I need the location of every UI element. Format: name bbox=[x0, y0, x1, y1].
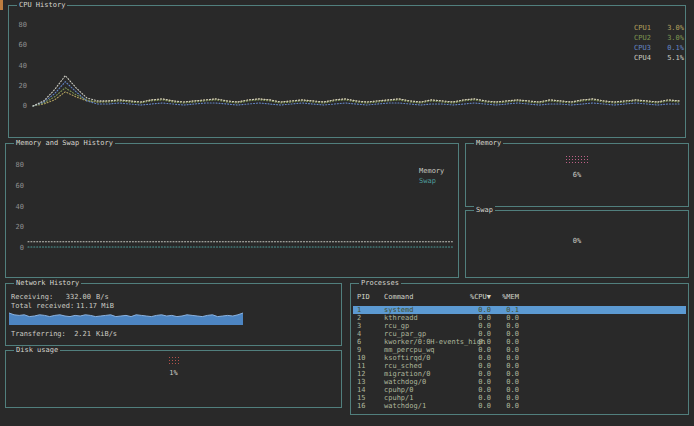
process-row[interactable]: 10ksoftirqd/00.00.0 bbox=[353, 354, 686, 362]
process-pid: 12 bbox=[357, 370, 365, 378]
process-cpu: 0.0 bbox=[463, 378, 491, 386]
processes-table: 1systemd0.00.12kthreadd0.00.03rcu_gp0.00… bbox=[353, 306, 686, 410]
memory-usage-percent: 6% bbox=[466, 171, 688, 179]
process-row[interactable]: 4rcu_par_gp0.00.0 bbox=[353, 330, 686, 338]
memory-swap-history-title: Memory and Swap History bbox=[14, 139, 115, 148]
process-pid: 1 bbox=[357, 306, 361, 314]
disk-usage-dots bbox=[168, 356, 180, 365]
cpu-legend-item: CPU30.1% bbox=[634, 43, 684, 53]
process-cpu: 0.0 bbox=[463, 330, 491, 338]
process-row[interactable]: 13watchdog/00.00.0 bbox=[353, 378, 686, 386]
process-command: watchdog/1 bbox=[384, 402, 426, 410]
process-row[interactable]: 3rcu_gp0.00.0 bbox=[353, 322, 686, 330]
memswap-legend-memory: Memory bbox=[419, 166, 444, 176]
memory-gauge-panel: Memory 6% bbox=[465, 143, 689, 207]
process-row[interactable]: 16watchdog/10.00.0 bbox=[353, 402, 686, 410]
disk-usage-percent: 1% bbox=[6, 369, 341, 377]
process-command: mm_percpu_wq bbox=[384, 346, 435, 354]
network-receiving-chart bbox=[9, 312, 243, 325]
process-mem: 0.1 bbox=[493, 306, 519, 314]
process-mem: 0.0 bbox=[493, 370, 519, 378]
process-row[interactable]: 14cpuhp/00.00.0 bbox=[353, 386, 686, 394]
process-command: rcu_gp bbox=[384, 322, 409, 330]
process-row[interactable]: 9mm_percpu_wq0.00.0 bbox=[353, 346, 686, 354]
process-command: rcu_sched bbox=[384, 362, 422, 370]
cpu-legend-name: CPU4 bbox=[634, 53, 651, 63]
cpu-legend-value: 5.1% bbox=[667, 53, 684, 63]
process-command: cpuhp/1 bbox=[384, 394, 414, 402]
total-received-value: 11.17 MiB bbox=[76, 302, 114, 311]
process-command: cpuhp/0 bbox=[384, 386, 414, 394]
process-mem: 0.0 bbox=[493, 330, 519, 338]
process-row[interactable]: 6kworker/0:0H-events_high0.00.0 bbox=[353, 338, 686, 346]
process-pid: 14 bbox=[357, 386, 365, 394]
process-command: rcu_par_gp bbox=[384, 330, 426, 338]
process-cpu: 0.0 bbox=[463, 346, 491, 354]
processes-header-pid[interactable]: PID bbox=[357, 293, 370, 301]
memory-swap-history-panel: Memory and Swap History 806040200 Memory… bbox=[5, 143, 459, 278]
process-row[interactable]: 11rcu_sched0.00.0 bbox=[353, 362, 686, 370]
cpu-history-panel: CPU History 806040200 CPU13.0%CPU23.0%CP… bbox=[8, 5, 686, 138]
disk-usage-title: Disk usage bbox=[14, 346, 60, 355]
process-mem: 0.0 bbox=[493, 402, 519, 410]
process-cpu: 0.0 bbox=[463, 322, 491, 330]
process-cpu: 0.0 bbox=[463, 362, 491, 370]
processes-header-command[interactable]: Command bbox=[384, 293, 414, 301]
process-row[interactable]: 15cpuhp/10.00.0 bbox=[353, 394, 686, 402]
cpu-legend-item: CPU13.0% bbox=[634, 23, 684, 33]
terminal-cursor-mark bbox=[0, 0, 3, 10]
system-monitor-screen: CPU History 806040200 CPU13.0%CPU23.0%CP… bbox=[0, 0, 694, 426]
process-cpu: 0.0 bbox=[463, 370, 491, 378]
processes-header-row: PIDCommand%CPU▼%MEM bbox=[353, 293, 686, 302]
process-pid: 10 bbox=[357, 354, 365, 362]
process-row[interactable]: 12migration/00.00.0 bbox=[353, 370, 686, 378]
cpu-legend-name: CPU2 bbox=[634, 33, 651, 43]
total-received-label: Total received: bbox=[11, 302, 74, 311]
process-pid: 2 bbox=[357, 314, 361, 322]
memory-usage-dots bbox=[565, 155, 589, 164]
process-row[interactable]: 1systemd0.00.1 bbox=[353, 306, 686, 314]
process-cpu: 0.0 bbox=[463, 394, 491, 402]
process-mem: 0.0 bbox=[493, 394, 519, 402]
memswap-legend-swap: Swap bbox=[419, 176, 436, 186]
cpu-history-title: CPU History bbox=[17, 1, 67, 10]
process-pid: 13 bbox=[357, 378, 365, 386]
process-pid: 11 bbox=[357, 362, 365, 370]
receiving-value: 332.00 bbox=[31, 293, 91, 302]
process-mem: 0.0 bbox=[493, 314, 519, 322]
cpu-legend-item: CPU23.0% bbox=[634, 33, 684, 43]
cpu-legend-value: 3.0% bbox=[667, 23, 684, 33]
processes-title: Processes bbox=[359, 279, 401, 288]
process-mem: 0.0 bbox=[493, 354, 519, 362]
cpu-legend-name: CPU3 bbox=[634, 43, 651, 53]
process-row[interactable]: 2kthreadd0.00.0 bbox=[353, 314, 686, 322]
process-cpu: 0.0 bbox=[463, 338, 491, 346]
transferring-value: 2.21 bbox=[31, 330, 91, 339]
process-command: systemd bbox=[384, 306, 414, 314]
cpu-history-chart bbox=[9, 6, 685, 137]
process-cpu: 0.0 bbox=[463, 386, 491, 394]
swap-gauge-panel: Swap 0% bbox=[465, 210, 689, 278]
process-mem: 0.0 bbox=[493, 378, 519, 386]
process-command: ksoftirqd/0 bbox=[384, 354, 430, 362]
cpu-legend-item: CPU45.1% bbox=[634, 53, 684, 63]
process-cpu: 0.0 bbox=[463, 354, 491, 362]
process-command: migration/0 bbox=[384, 370, 430, 378]
swap-usage-percent: 0% bbox=[466, 237, 688, 245]
process-mem: 0.0 bbox=[493, 322, 519, 330]
cpu-legend-value: 0.1% bbox=[667, 43, 684, 53]
transferring-unit: KiB/s bbox=[96, 330, 117, 339]
process-command: kthreadd bbox=[384, 314, 418, 322]
network-history-title: Network History bbox=[14, 279, 81, 288]
memory-swap-chart bbox=[6, 144, 458, 277]
cpu-legend-value: 3.0% bbox=[667, 33, 684, 43]
processes-panel: Processes PIDCommand%CPU▼%MEM 1systemd0.… bbox=[350, 283, 689, 415]
memory-gauge-title: Memory bbox=[474, 139, 503, 148]
process-pid: 16 bbox=[357, 402, 365, 410]
process-cpu: 0.0 bbox=[463, 402, 491, 410]
swap-gauge-title: Swap bbox=[474, 206, 495, 215]
process-mem: 0.0 bbox=[493, 346, 519, 354]
processes-header-mem[interactable]: %MEM bbox=[493, 293, 519, 301]
process-mem: 0.0 bbox=[493, 362, 519, 370]
processes-header-cpu[interactable]: %CPU▼ bbox=[463, 293, 491, 301]
